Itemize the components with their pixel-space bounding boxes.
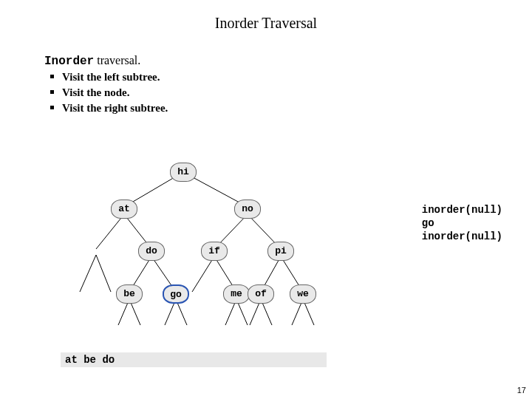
tree-node-of: of [248,284,274,304]
heading-suffix: traversal. [94,54,140,66]
content-block: Inorder traversal. Visit the left subtre… [0,32,532,116]
tree-node-pi: pi [267,242,294,261]
bullet-list: Visit the left subtree. Visit the node. … [50,69,532,116]
result-bar: at be do [61,352,327,367]
bullet-item: Visit the left subtree. [50,69,532,85]
tree-node-at: at [111,200,137,219]
tree-diagram: hi at no do if pi be go me of we [44,159,488,351]
tree-node-no: no [234,200,261,219]
tree-node-me: me [223,284,250,304]
heading-prefix: Inorder [44,55,94,68]
bullet-item: Visit the node. [50,85,532,100]
tree-node-do: do [138,242,165,261]
tree-node-go: go [163,284,189,304]
bullet-item: Visit the right subtree. [50,100,532,116]
tree-node-if: if [201,242,228,261]
page-number: 17 [517,386,526,395]
tree-node-we: we [290,284,316,304]
tree-node-hi: hi [170,163,197,182]
tree-edges [44,159,488,351]
svg-line-2 [96,214,124,249]
svg-line-8 [192,256,214,292]
tree-node-be: be [116,284,143,304]
heading-line: Inorder traversal. [44,54,532,68]
page-title: Inorder Traversal [0,0,532,32]
svg-line-12 [80,255,96,292]
svg-line-13 [96,255,111,292]
